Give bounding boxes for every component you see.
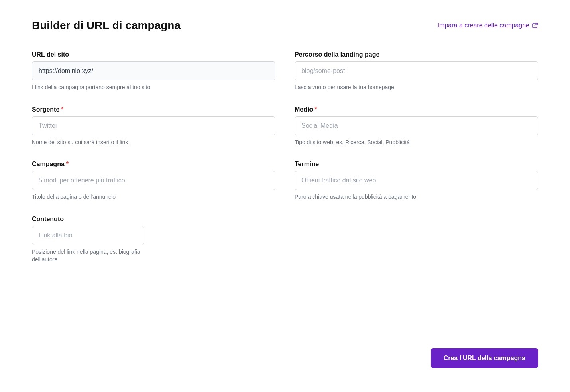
sorgente-label: Sorgente * xyxy=(32,106,275,113)
page-container: Builder di URL di campagna Impara a crea… xyxy=(0,0,570,392)
form-group-medio: Medio * Tipo di sito web, es. Ricerca, S… xyxy=(295,106,538,147)
termine-label: Termine xyxy=(295,161,538,168)
form-group-percorso: Percorso della landing page Lascia vuoto… xyxy=(295,51,538,92)
sorgente-input[interactable] xyxy=(32,116,275,135)
form-row-3: Campagna * Titolo della pagina o dell'an… xyxy=(32,161,538,201)
sorgente-hint: Nome del sito su cui sarà inserito il li… xyxy=(32,139,275,147)
submit-button[interactable]: Crea l'URL della campagna xyxy=(431,348,538,368)
form-row-4: Contenuto Posizione del link nella pagin… xyxy=(32,216,538,264)
contenuto-empty-col xyxy=(295,216,538,264)
campagna-label: Campagna * xyxy=(32,161,275,168)
page-header: Builder di URL di campagna Impara a crea… xyxy=(32,19,538,32)
url-sito-input[interactable] xyxy=(32,61,275,80)
form-row-1: URL del sito I link della campagna porta… xyxy=(32,51,538,92)
learn-link[interactable]: Impara a creare delle campagne xyxy=(438,22,538,29)
form-footer: Crea l'URL della campagna xyxy=(32,332,538,368)
contenuto-label: Contenuto xyxy=(32,216,144,223)
campagna-required: * xyxy=(66,161,69,168)
form-group-contenuto: Contenuto Posizione del link nella pagin… xyxy=(32,216,144,264)
percorso-hint: Lascia vuoto per usare la tua homepage xyxy=(295,84,538,92)
form-group-campagna: Campagna * Titolo della pagina o dell'an… xyxy=(32,161,275,201)
percorso-label: Percorso della landing page xyxy=(295,51,538,58)
url-sito-label: URL del sito xyxy=(32,51,275,58)
form-group-termine: Termine Parola chiave usata nella pubbli… xyxy=(295,161,538,201)
form-body: URL del sito I link della campagna porta… xyxy=(32,51,538,368)
medio-label: Medio * xyxy=(295,106,538,113)
medio-hint: Tipo di sito web, es. Ricerca, Social, P… xyxy=(295,139,538,147)
contenuto-hint: Posizione del link nella pagina, es. bio… xyxy=(32,248,144,264)
medio-input[interactable] xyxy=(295,116,538,135)
termine-hint: Parola chiave usata nella pubblicità a p… xyxy=(295,193,538,201)
termine-input[interactable] xyxy=(295,171,538,190)
campagna-hint: Titolo della pagina o dell'annuncio xyxy=(32,193,275,201)
contenuto-input[interactable] xyxy=(32,226,144,245)
form-group-url-sito: URL del sito I link della campagna porta… xyxy=(32,51,275,92)
campagna-input[interactable] xyxy=(32,171,275,190)
sorgente-required: * xyxy=(61,106,63,113)
learn-link-label: Impara a creare delle campagne xyxy=(438,22,529,29)
external-link-icon xyxy=(532,22,538,29)
medio-required: * xyxy=(314,106,317,113)
page-title: Builder di URL di campagna xyxy=(32,19,181,32)
form-row-2: Sorgente * Nome del sito su cui sarà ins… xyxy=(32,106,538,147)
percorso-input[interactable] xyxy=(295,61,538,80)
form-group-sorgente: Sorgente * Nome del sito su cui sarà ins… xyxy=(32,106,275,147)
url-sito-hint: I link della campagna portano sempre al … xyxy=(32,84,275,92)
